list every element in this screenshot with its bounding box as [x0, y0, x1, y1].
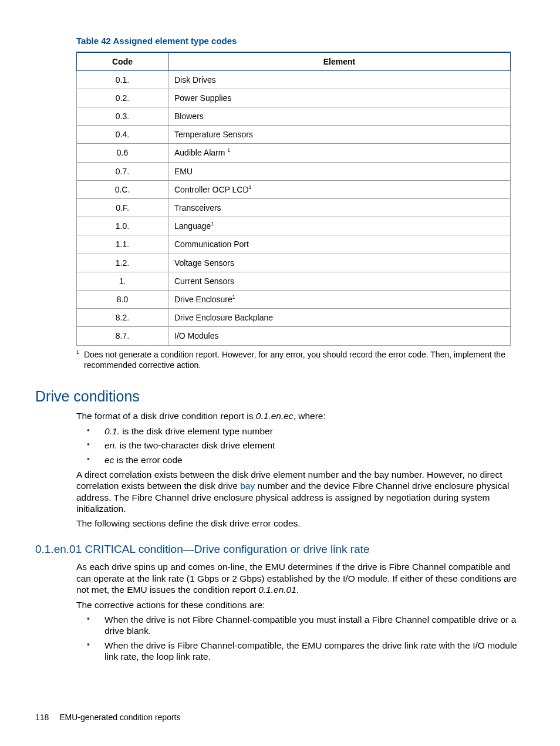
- cell-element: Language1: [168, 217, 511, 235]
- table-row: 0.3.Blowers: [77, 107, 511, 126]
- cell-code: 0.4.: [77, 126, 168, 144]
- table-footnote: 1 Does not generate a condition report. …: [76, 349, 525, 370]
- cell-code: 8.7.: [77, 327, 168, 345]
- cell-element: Current Sensors: [168, 272, 511, 290]
- section-drive-conditions: Drive conditions: [35, 387, 525, 406]
- sup-ref: 1: [232, 294, 235, 300]
- txt: is the two-character disk drive element: [117, 440, 275, 450]
- table-row: 0.C.Controller OCP LCD1: [77, 180, 511, 198]
- cell-element: I/O Modules: [168, 327, 511, 345]
- footnote-marker: 1: [76, 349, 79, 355]
- cell-code: 0.2.: [77, 89, 168, 107]
- sup-ref: 1: [211, 221, 214, 227]
- cell-element: Blowers: [168, 107, 511, 126]
- txt: , where:: [294, 411, 326, 421]
- cell-element: Controller OCP LCD1: [168, 180, 511, 198]
- cell-code: 8.0: [77, 290, 168, 308]
- em: 0.1.: [104, 426, 120, 436]
- table-row: 8.7.I/O Modules: [77, 327, 511, 345]
- cell-element: Power Supplies: [168, 89, 511, 107]
- table-caption: Table 42 Assigned element type codes: [76, 35, 525, 47]
- txt: is the error code: [114, 455, 182, 465]
- cell-code: 0.3.: [77, 107, 168, 126]
- sup-ref: 1: [249, 184, 252, 190]
- cell-element: Voltage Sensors: [168, 254, 511, 272]
- table-row: 0.F.Transceivers: [77, 199, 511, 217]
- list-item: ec is the error code: [87, 454, 525, 465]
- corrective-intro: The corrective actions for these conditi…: [76, 599, 525, 610]
- page-number: 118: [35, 713, 49, 722]
- table-row: 0.2.Power Supplies: [77, 89, 511, 107]
- cell-code: 0.F.: [77, 199, 168, 217]
- cell-element: Disk Drives: [168, 70, 511, 89]
- table-row: 1.Current Sensors: [77, 272, 511, 290]
- cell-element: EMU: [168, 162, 511, 180]
- list-item: en. is the two-character disk drive elem…: [87, 440, 525, 451]
- cell-element: Drive Enclosure Backplane: [168, 309, 511, 327]
- cell-code: 1.: [77, 272, 168, 290]
- cell-code: 0.7.: [77, 162, 168, 180]
- cell-code: 1.0.: [77, 217, 168, 235]
- table-row: 8.2.Drive Enclosure Backplane: [77, 309, 511, 327]
- em: en.: [104, 440, 117, 450]
- element-type-codes-table: Code Element 0.1.Disk Drives0.2.Power Su…: [76, 52, 511, 346]
- list-item: 0.1. is the disk drive element type numb…: [87, 426, 525, 437]
- cell-element: Communication Port: [168, 235, 511, 254]
- table-row: 1.0.Language1: [77, 217, 511, 235]
- footer-title: EMU-generated condition reports: [59, 713, 180, 722]
- cell-element: Drive Enclosure1: [168, 290, 511, 308]
- format-code: 0.1.en.ec: [256, 411, 294, 421]
- page-footer: 118 EMU-generated condition reports: [35, 712, 180, 723]
- cell-code: 0.C.: [77, 180, 168, 198]
- txt: is the disk drive element type number: [120, 426, 273, 436]
- em: 0.1.en.01: [258, 585, 296, 595]
- following-sections: The following sections define the disk d…: [76, 518, 525, 529]
- cell-code: 0.6: [77, 144, 168, 162]
- table-row: 0.1.Disk Drives: [77, 70, 511, 89]
- cell-element: Transceivers: [168, 199, 511, 217]
- bay-link[interactable]: bay: [240, 481, 255, 491]
- correlation-paragraph: A direct correlation exists between the …: [76, 469, 525, 515]
- txt: .: [296, 585, 299, 595]
- th-code: Code: [77, 52, 168, 71]
- table-row: 0.7.EMU: [77, 162, 511, 180]
- em: ec: [104, 455, 114, 465]
- footnote-text: Does not generate a condition report. Ho…: [84, 350, 505, 370]
- list-item: When the drive is not Fibre Channel-comp…: [87, 614, 525, 637]
- table-row: 0.4.Temperature Sensors: [77, 126, 511, 144]
- cell-element: Temperature Sensors: [168, 126, 511, 144]
- list-item: When the drive is Fibre Channel-compatib…: [87, 640, 525, 663]
- cell-code: 1.1.: [77, 235, 168, 254]
- drive-format-intro: The format of a disk drive condition rep…: [76, 410, 525, 421]
- txt: The format of a disk drive condition rep…: [76, 411, 256, 421]
- cell-element: Audible Alarm 1: [168, 144, 511, 162]
- table-row: 1.2.Voltage Sensors: [77, 254, 511, 272]
- critical-desc: As each drive spins up and comes on-line…: [76, 561, 525, 595]
- table-row: 8.0Drive Enclosure1: [77, 290, 511, 308]
- cell-code: 1.2.: [77, 254, 168, 272]
- cell-code: 8.2.: [77, 309, 168, 327]
- subsection-critical: 0.1.en.01 CRITICAL condition—Drive confi…: [35, 542, 525, 557]
- th-element: Element: [168, 52, 511, 71]
- sup-ref: 1: [227, 148, 230, 154]
- table-row: 1.1.Communication Port: [77, 235, 511, 254]
- cell-code: 0.1.: [77, 70, 168, 89]
- table-row: 0.6Audible Alarm 1: [77, 144, 511, 162]
